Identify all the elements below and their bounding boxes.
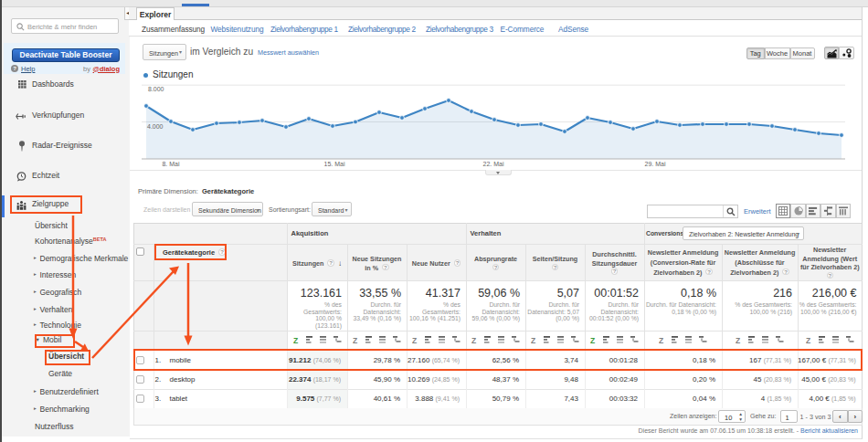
- svg-text:29. Mai: 29. Mai: [645, 161, 666, 167]
- svg-text:15. Mai: 15. Mai: [324, 161, 345, 167]
- svg-text:Z: Z: [590, 336, 595, 343]
- svg-text:8. Mai: 8. Mai: [162, 161, 180, 167]
- svg-text:Z: Z: [659, 336, 663, 343]
- svg-text:Z: Z: [471, 336, 476, 343]
- svg-text:4.000: 4.000: [147, 123, 164, 130]
- svg-text:Z: Z: [736, 336, 740, 343]
- svg-text:8.000: 8.000: [148, 86, 164, 92]
- svg-text:22. Mai: 22. Mai: [483, 161, 504, 167]
- svg-text:Z: Z: [293, 336, 298, 343]
- svg-text:Z: Z: [412, 336, 417, 343]
- svg-text:Z: Z: [806, 336, 810, 343]
- svg-text:Z: Z: [531, 336, 535, 343]
- svg-text:Z: Z: [353, 336, 357, 343]
